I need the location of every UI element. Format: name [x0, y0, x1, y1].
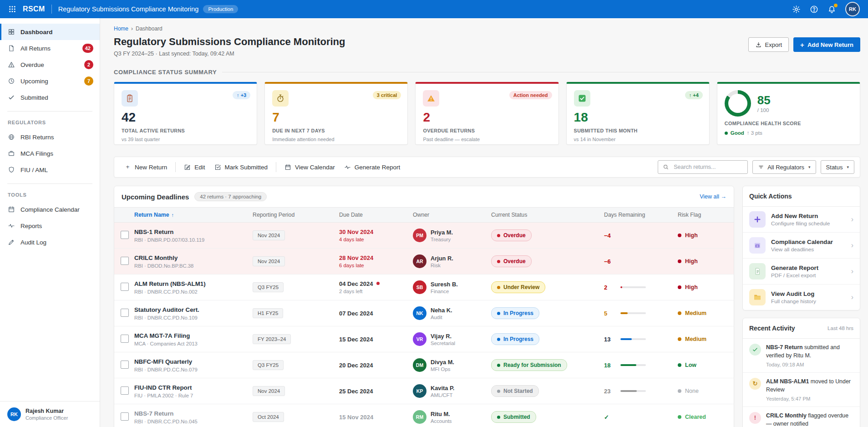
- table-row[interactable]: ALM Return (NBS-ALM1)RBI · DNBR.CC.PD.No…: [114, 274, 734, 300]
- export-button[interactable]: Export: [748, 37, 789, 52]
- table-row[interactable]: CRILC MonthlyRBI · DBOD.No.BP.BC.38Nov 2…: [114, 249, 734, 274]
- owner-avatar: RM: [413, 410, 426, 424]
- column-header-return-name[interactable]: Return Name↑: [134, 212, 253, 218]
- activity-item: NBS-7 Return submitted and verified by R…: [743, 339, 860, 373]
- page-header-text: Regulatory Submissions Compliance Monito…: [114, 32, 345, 57]
- quick-actions-title: Quick Actions: [749, 193, 792, 200]
- row-checkbox[interactable]: [121, 231, 129, 239]
- row-checkbox[interactable]: [121, 257, 129, 265]
- help-icon[interactable]: [810, 5, 818, 14]
- search-input[interactable]: [673, 163, 743, 171]
- due-cell: 25 Dec 2024: [339, 388, 413, 395]
- table-row[interactable]: MCA MGT-7A FilingMCA · Companies Act 201…: [114, 326, 734, 352]
- user-avatar[interactable]: RK: [845, 2, 860, 16]
- table-row[interactable]: FIU-IND CTR ReportFIU · PMLA 2002 · Rule…: [114, 378, 734, 404]
- days-progress-bar: [620, 364, 646, 366]
- table-row[interactable]: NBS-7 ReturnRBI · DNBR.CC.PD.No.045Oct 2…: [114, 404, 734, 427]
- reporting-period-chip: FY 2023–24: [253, 334, 291, 344]
- view-all-link[interactable]: View all →: [700, 193, 726, 200]
- sidebar-item-reports[interactable]: Reports: [0, 218, 100, 234]
- docfill-icon: [753, 267, 761, 275]
- due-date: 20 Dec 2024: [339, 362, 413, 369]
- toolbar-view-calendar-button[interactable]: View Calendar: [280, 161, 340, 174]
- actions-toolbar: +New ReturnEditMark SubmittedView Calend…: [114, 157, 860, 178]
- quick-action-title: View Audit Log: [771, 290, 816, 297]
- sidebar-item-fiu-aml[interactable]: FIU / AML: [0, 162, 100, 178]
- sidebar-item-rbi-returns[interactable]: RBI Returns: [0, 129, 100, 145]
- table-row[interactable]: NBS-1 ReturnRBI · DNBR.PD.007/03.10.119N…: [114, 223, 734, 249]
- pulse-icon: [8, 222, 15, 229]
- sidebar-item-compliance-calendar[interactable]: Compliance Calendar: [0, 201, 100, 218]
- sidebar-item-mca-filings[interactable]: MCA Filings: [0, 145, 100, 162]
- toolbar-button-label: New Return: [135, 164, 167, 171]
- plus-icon: +: [124, 164, 131, 171]
- sidebar-item-upcoming[interactable]: Upcoming7: [0, 73, 100, 89]
- risk-dot-icon: [678, 234, 681, 237]
- row-checkbox[interactable]: [121, 335, 129, 343]
- row-checkbox[interactable]: [121, 283, 129, 291]
- column-header-days-remaining[interactable]: Days Remaining: [604, 212, 678, 218]
- app-launcher-icon[interactable]: [8, 5, 16, 13]
- add-new-return-button[interactable]: + Add New Return: [793, 37, 860, 52]
- quick-action-add-new-return[interactable]: Add New ReturnConfigure filing schedule›: [743, 207, 860, 233]
- return-reference: RBI · DBOD.No.BP.BC.38: [134, 263, 253, 269]
- column-header-due-date[interactable]: Due Date: [339, 212, 413, 218]
- risk-label: Low: [685, 362, 696, 368]
- owner-department: Risk: [431, 263, 453, 268]
- checkbox-cell: [121, 309, 134, 318]
- quick-action-view-audit-log[interactable]: View Audit LogFull change history›: [743, 285, 860, 310]
- due-cell: 20 Dec 2024: [339, 362, 413, 369]
- due-cell: 28 Nov 20246 days late: [339, 254, 413, 268]
- return-cell: Statutory Auditor Cert.RBI · DNBR.CC.PD.…: [134, 306, 253, 320]
- sidebar-item-overdue[interactable]: Overdue2: [0, 56, 100, 73]
- status-filter-dropdown[interactable]: Status ▾: [821, 160, 854, 174]
- card-subtext: Past deadline — escalate: [423, 137, 551, 142]
- risk-label: Medium: [685, 336, 706, 342]
- column-header-reporting-period[interactable]: Reporting Period: [253, 212, 339, 218]
- calendar-icon: [284, 164, 291, 171]
- breadcrumb-home[interactable]: Home: [114, 25, 128, 32]
- row-checkbox[interactable]: [121, 361, 129, 369]
- search-box[interactable]: [658, 160, 748, 174]
- toolbar-new-return-button[interactable]: +New Return: [120, 161, 172, 174]
- toolbar-generate-report-button[interactable]: Generate Report: [340, 161, 405, 174]
- status-pill: Submitted: [491, 411, 536, 423]
- return-reference: RBI · DNBR.CC.PD.No.109: [134, 315, 253, 320]
- sidebar-item-all-returns[interactable]: All Returns42: [0, 40, 100, 56]
- card-value: 42: [122, 111, 249, 124]
- column-header-risk-flag[interactable]: Risk Flag: [678, 212, 734, 218]
- table-body: NBS-1 ReturnRBI · DNBR.PD.007/03.10.119N…: [114, 223, 734, 427]
- quick-action-icon-box: [749, 289, 766, 305]
- column-header-current-status[interactable]: Current Status: [491, 212, 604, 218]
- sidebar-item-audit-log[interactable]: Audit Log: [0, 234, 100, 250]
- quick-action-generate-report[interactable]: Generate ReportPDF / Excel export›: [743, 259, 860, 285]
- row-checkbox[interactable]: [121, 412, 129, 421]
- row-checkbox[interactable]: [121, 309, 129, 317]
- table-row[interactable]: Statutory Auditor Cert.RBI · DNBR.CC.PD.…: [114, 300, 734, 326]
- download-icon: [755, 41, 762, 48]
- card-icon-box: [122, 90, 138, 107]
- sidebar-item-submitted[interactable]: Submitted: [0, 89, 100, 106]
- plusbold-icon: [753, 215, 761, 224]
- toolbar-edit-button[interactable]: Edit: [179, 161, 209, 174]
- regulator-filter-dropdown[interactable]: All Regulators ▾: [752, 160, 816, 174]
- table-row[interactable]: NBFC-MFI QuarterlyRBI · DNBR.PD.CC.No.07…: [114, 352, 734, 378]
- environment-badge: Production: [203, 5, 238, 13]
- health-ring: [725, 90, 751, 117]
- notifications-button[interactable]: [827, 5, 836, 14]
- owner-cell: KPKavita P.AML/CFT: [413, 384, 491, 398]
- card-label: COMPLIANCE HEALTH SCORE: [725, 121, 853, 126]
- days-cell: 2: [604, 284, 678, 291]
- user-name: Rajesh Kumar: [25, 408, 68, 414]
- row-checkbox[interactable]: [121, 386, 129, 395]
- sidebar-user[interactable]: RK Rajesh Kumar Compliance Officer: [0, 401, 100, 427]
- health-status-label: Good: [731, 130, 744, 136]
- column-header-owner[interactable]: Owner: [413, 212, 491, 218]
- checkbox-cell: [121, 386, 134, 396]
- content-grid: Upcoming Deadlines 42 returns · 7 approa…: [114, 186, 860, 427]
- settings-icon[interactable]: [792, 5, 801, 14]
- sidebar-item-dashboard[interactable]: Dashboard: [0, 24, 100, 40]
- return-name: ALM Return (NBS-ALM1): [134, 280, 253, 287]
- quick-action-compliance-calendar[interactable]: Compliance CalendarView all deadlines›: [743, 233, 860, 259]
- toolbar-mark-submitted-button[interactable]: Mark Submitted: [210, 161, 273, 174]
